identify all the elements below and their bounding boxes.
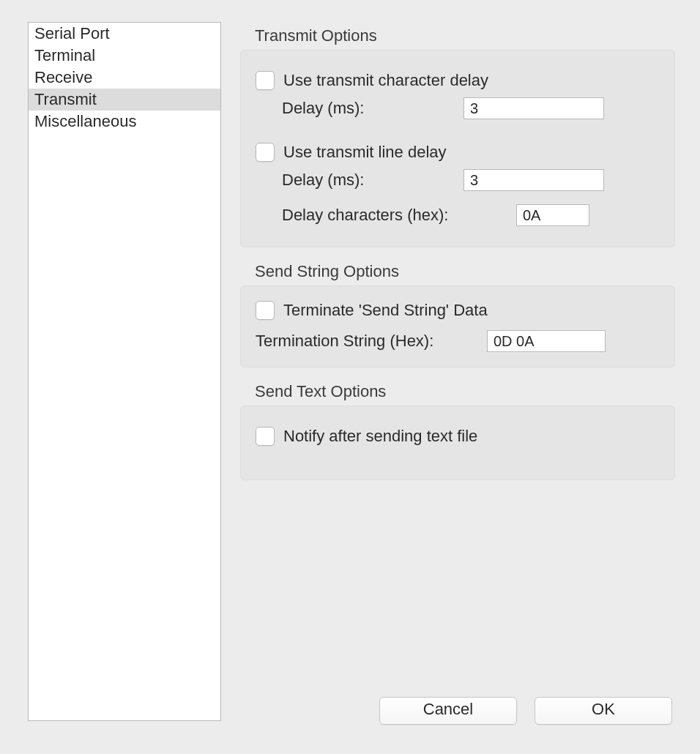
dialog-buttons: Cancel OK	[379, 697, 672, 725]
group-transmit-options: Use transmit character delay Delay (ms):…	[240, 50, 675, 247]
label-notify-after-sending: Notify after sending text file	[283, 427, 477, 446]
category-list: Serial Port Terminal Receive Transmit Mi…	[28, 22, 221, 721]
label-line-delay-ms: Delay (ms):	[282, 171, 463, 190]
checkbox-use-char-delay[interactable]	[256, 71, 275, 90]
checkbox-notify-after-sending[interactable]	[256, 427, 275, 446]
input-char-delay-ms[interactable]	[463, 97, 604, 119]
label-use-line-delay: Use transmit line delay	[283, 143, 447, 162]
label-use-char-delay: Use transmit character delay	[283, 71, 488, 90]
sidebar-item-terminal[interactable]: Terminal	[29, 45, 220, 67]
section-title-send-string: Send String Options	[255, 262, 679, 281]
sidebar-item-serial-port[interactable]: Serial Port	[29, 23, 220, 45]
section-title-transmit: Transmit Options	[255, 26, 679, 45]
checkbox-terminate-send-string[interactable]	[256, 301, 275, 320]
label-terminate-send-string: Terminate 'Send String' Data	[283, 301, 488, 320]
checkbox-use-line-delay[interactable]	[256, 143, 275, 162]
label-termination-string-hex: Termination String (Hex):	[256, 332, 487, 351]
input-termination-string-hex[interactable]	[487, 330, 606, 352]
group-send-text-options: Notify after sending text file	[240, 406, 675, 480]
input-line-delay-ms[interactable]	[463, 169, 604, 191]
label-char-delay-ms: Delay (ms):	[282, 99, 463, 118]
ok-button[interactable]: OK	[535, 697, 672, 725]
sidebar-item-receive[interactable]: Receive	[29, 67, 220, 89]
sidebar-item-transmit[interactable]: Transmit	[29, 89, 220, 111]
main-panel: Transmit Options Use transmit character …	[240, 20, 679, 495]
input-delay-chars-hex[interactable]	[516, 204, 589, 226]
cancel-button[interactable]: Cancel	[379, 697, 517, 725]
sidebar-item-miscellaneous[interactable]: Miscellaneous	[29, 111, 220, 132]
group-send-string-options: Terminate 'Send String' Data Termination…	[240, 285, 675, 367]
preferences-dialog: Serial Port Terminal Receive Transmit Mi…	[0, 0, 700, 754]
section-title-send-text: Send Text Options	[255, 382, 679, 401]
label-delay-chars-hex: Delay characters (hex):	[282, 206, 516, 225]
